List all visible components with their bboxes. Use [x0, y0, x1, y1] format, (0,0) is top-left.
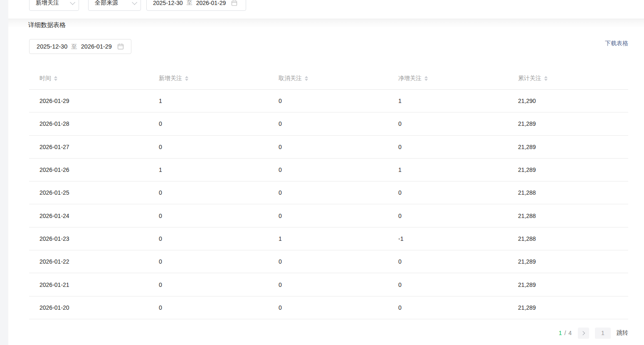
cell-value: -1: [388, 235, 508, 242]
cell-value: 0: [388, 120, 508, 127]
chevron-down-icon: [132, 0, 137, 5]
column-header-label: 净增关注: [398, 75, 422, 82]
cell-value: 0: [388, 304, 508, 311]
page-background-strip: [0, 0, 8, 345]
column-header-label: 取消关注: [279, 75, 302, 82]
cell-value: 0: [388, 281, 508, 288]
table-date-range-picker[interactable]: 2025-12-30 至 2026-01-29: [29, 39, 131, 54]
table-row: 2026-01-2100021,289: [29, 273, 628, 296]
cell-value: 0: [148, 281, 268, 288]
table-header-row: 时间新增关注取消关注净增关注累计关注: [29, 68, 628, 90]
cell-date: 2026-01-28: [29, 120, 148, 127]
cell-date: 2026-01-26: [29, 166, 148, 173]
current-page: 1: [559, 330, 563, 336]
cell-date: 2026-01-29: [29, 98, 148, 104]
calendar-icon: [231, 0, 237, 6]
cell-value: 0: [388, 189, 508, 196]
cell-value: 1: [268, 235, 388, 242]
cell-date: 2026-01-20: [29, 304, 148, 311]
cell-value: 0: [148, 304, 268, 311]
sort-icon[interactable]: [305, 76, 308, 81]
table-row: 2026-01-2700021,289: [29, 136, 628, 159]
column-header-label: 新增关注: [159, 75, 182, 82]
calendar-icon: [117, 43, 124, 50]
cell-value: 0: [268, 98, 388, 104]
cell-value: 0: [148, 189, 268, 196]
cell-value: 0: [268, 120, 388, 127]
cell-value: 1: [148, 98, 268, 104]
cell-date: 2026-01-22: [29, 258, 148, 265]
cell-value: 21,289: [508, 144, 628, 150]
next-page-button[interactable]: [578, 328, 589, 339]
cell-value: 21,289: [508, 258, 628, 265]
cell-value: 0: [268, 213, 388, 219]
top-date-range-picker[interactable]: 2025-12-30 至 2026-01-29: [146, 0, 246, 11]
date-separator: 至: [187, 0, 192, 7]
cell-value: 21,288: [508, 213, 628, 219]
date-separator: 至: [71, 43, 77, 51]
section-title: 详细数据表格: [28, 21, 66, 29]
chevron-down-icon: [70, 0, 75, 5]
cell-value: 0: [388, 258, 508, 265]
column-header-3[interactable]: 净增关注: [388, 75, 508, 82]
cell-value: 0: [268, 189, 388, 196]
table-row: 2026-01-2910121,290: [29, 90, 628, 113]
sort-icon[interactable]: [54, 76, 57, 81]
cell-value: 0: [148, 213, 268, 219]
cell-value: 21,290: [508, 98, 628, 104]
sort-icon[interactable]: [544, 76, 548, 81]
cell-value: 0: [148, 144, 268, 150]
table-row: 2026-01-2200021,289: [29, 250, 628, 273]
page-separator: /: [563, 330, 569, 336]
cell-value: 21,288: [508, 189, 628, 196]
cell-value: 21,289: [508, 166, 628, 173]
page-indicator: 1 / 4: [559, 330, 572, 336]
source-select[interactable]: 全部来源: [88, 0, 141, 11]
table-row: 2026-01-2800021,289: [29, 113, 628, 135]
metric-select[interactable]: 新增关注: [29, 0, 79, 11]
table-row: 2026-01-2610121,289: [29, 159, 628, 181]
table-row: 2026-01-2500021,288: [29, 181, 628, 204]
column-header-2[interactable]: 取消关注: [268, 75, 388, 82]
cell-date: 2026-01-27: [29, 144, 148, 150]
cell-value: 0: [268, 258, 388, 265]
date-start: 2025-12-30: [153, 0, 183, 6]
sort-icon[interactable]: [185, 76, 188, 81]
table-row: 2026-01-2301-121,288: [29, 228, 628, 250]
table-row: 2026-01-2000021,289: [29, 296, 628, 319]
section-divider: [8, 19, 644, 28]
column-header-4[interactable]: 累计关注: [508, 75, 628, 82]
cell-value: 1: [388, 98, 508, 104]
cell-date: 2026-01-25: [29, 189, 148, 196]
cell-value: 0: [148, 120, 268, 127]
total-pages: 4: [568, 330, 572, 336]
column-header-1[interactable]: 新增关注: [148, 75, 268, 82]
table-row: 2026-01-2400021,288: [29, 204, 628, 227]
cell-value: 0: [268, 304, 388, 311]
cell-date: 2026-01-23: [29, 235, 148, 242]
pagination: 1 / 4 跳转: [559, 327, 628, 339]
cell-value: 0: [148, 258, 268, 265]
page-jump-input[interactable]: [595, 328, 611, 339]
download-table-link[interactable]: 下载表格: [605, 40, 628, 47]
column-header-0[interactable]: 时间: [29, 75, 148, 82]
date-start: 2025-12-30: [37, 43, 67, 50]
cell-value: 0: [388, 144, 508, 150]
cell-date: 2026-01-24: [29, 213, 148, 219]
jump-button[interactable]: 跳转: [617, 329, 628, 337]
cell-value: 0: [388, 213, 508, 219]
chevron-right-icon: [581, 331, 585, 335]
cell-value: 0: [148, 235, 268, 242]
sort-icon[interactable]: [424, 76, 428, 81]
cell-value: 0: [268, 144, 388, 150]
cell-value: 1: [388, 166, 508, 173]
cell-value: 21,289: [508, 120, 628, 127]
cell-value: 21,288: [508, 235, 628, 242]
data-table: 时间新增关注取消关注净增关注累计关注 2026-01-2910121,29020…: [29, 68, 628, 319]
cell-value: 21,289: [508, 281, 628, 288]
column-header-label: 累计关注: [518, 75, 541, 82]
date-end: 2026-01-29: [196, 0, 226, 6]
page: 新增关注 全部来源 2025-12-30 至 2026-01-29 详细数据表格…: [0, 0, 644, 345]
column-header-label: 时间: [39, 75, 51, 82]
source-select-value: 全部来源: [95, 0, 118, 7]
